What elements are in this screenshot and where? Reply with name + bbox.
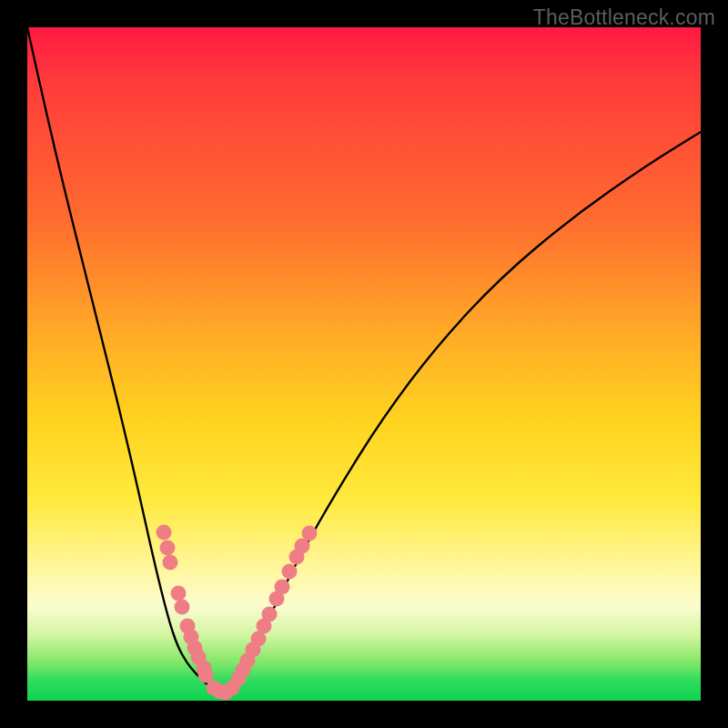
watermark-label: TheBottleneck.com: [533, 5, 715, 30]
bead-marker: [302, 526, 318, 541]
left-curve: [27, 27, 223, 695]
bead-marker: [275, 580, 290, 595]
curves-svg: [27, 27, 701, 701]
bead-marker: [175, 600, 190, 615]
beads-group: [157, 525, 318, 701]
bead-marker: [157, 525, 172, 541]
bead-marker: [163, 555, 178, 571]
bead-marker: [262, 607, 278, 622]
bead-marker: [160, 541, 176, 556]
plot-area: [27, 27, 701, 701]
bead-marker: [171, 586, 187, 602]
bead-marker: [198, 668, 214, 683]
right-curve: [223, 132, 701, 695]
chart-frame: TheBottleneck.com: [0, 0, 728, 728]
bead-marker: [282, 564, 298, 580]
